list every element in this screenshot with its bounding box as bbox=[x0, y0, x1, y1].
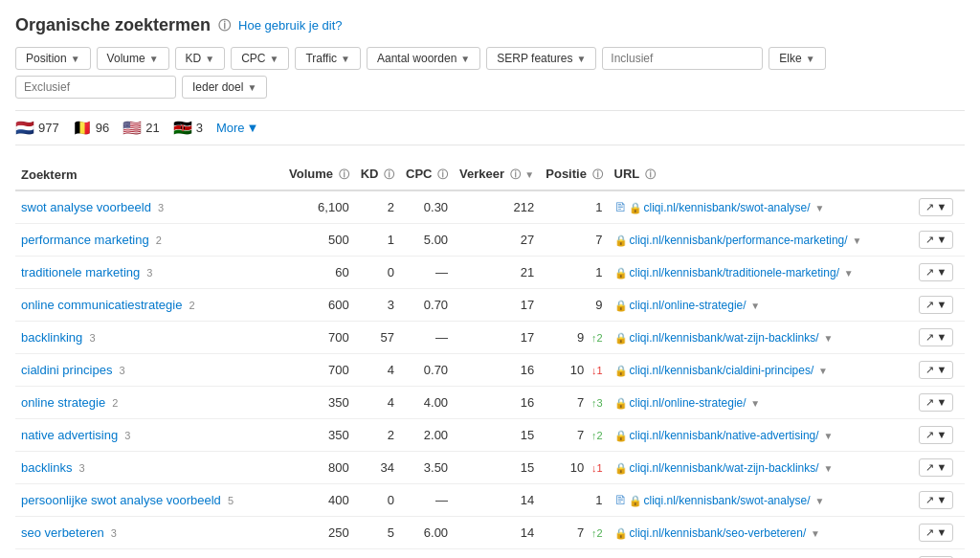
trend-button[interactable]: ↗ ▼ bbox=[919, 263, 954, 281]
filter-serp-features[interactable]: SERP features ▼ bbox=[486, 47, 596, 70]
lock-icon: 🔒 bbox=[614, 527, 628, 539]
trend-button[interactable]: ↗ ▼ bbox=[919, 426, 954, 444]
trend-button[interactable]: ↗ ▼ bbox=[919, 328, 954, 346]
url-link[interactable]: cliqi.nl/kennisbank/seo-verbeteren/ bbox=[630, 526, 807, 540]
trend-button[interactable]: ↗ ▼ bbox=[919, 231, 954, 249]
cpc-cell: 0.70 bbox=[400, 289, 454, 322]
url-link[interactable]: cliqi.nl/online-strategie/ bbox=[630, 299, 746, 312]
country-ke[interactable]: 🇰🇪 3 bbox=[173, 119, 203, 137]
keyword-link[interactable]: cialdini principes bbox=[21, 363, 112, 377]
col-header-cpc[interactable]: CPC ⓘ bbox=[400, 159, 454, 190]
url-link[interactable]: cliqi.nl/kennisbank/swot-analyse/ bbox=[644, 201, 811, 214]
positie-cell: 10 ↓1 bbox=[540, 452, 608, 484]
col-header-volume[interactable]: Volume ⓘ bbox=[283, 159, 355, 190]
cpc-cell: 2.00 bbox=[400, 419, 454, 452]
keyword-cell: seo verbeteren 3 bbox=[15, 517, 283, 549]
volume-cell: 250 bbox=[283, 517, 355, 549]
trend-button[interactable]: ↗ ▼ bbox=[919, 458, 954, 477]
actions-cell: ↗ ▼ bbox=[907, 549, 965, 559]
col-header-verkeer[interactable]: Verkeer ⓘ ▼ bbox=[454, 159, 540, 190]
elke-button[interactable]: Elke ▼ bbox=[768, 47, 825, 70]
keyword-cell: cialdini principes 3 bbox=[15, 354, 283, 387]
country-nl[interactable]: 🇳🇱 977 bbox=[15, 119, 59, 137]
chevron-down-icon: ▼ bbox=[813, 496, 825, 506]
keyword-cell: backlinks 3 bbox=[15, 452, 283, 484]
info-icon[interactable]: ⓘ bbox=[437, 168, 448, 180]
keyword-link[interactable]: online communicatiestrategie bbox=[21, 298, 182, 312]
url-link[interactable]: cliqi.nl/kennisbank/performance-marketin… bbox=[630, 234, 848, 247]
keyword-link[interactable]: performance marketing bbox=[21, 233, 149, 247]
trend-button[interactable]: ↗ ▼ bbox=[919, 491, 954, 509]
help-link[interactable]: Hoe gebruik je dit? bbox=[238, 18, 342, 33]
inclusief-input[interactable] bbox=[602, 47, 763, 70]
trend-button[interactable]: ↗ ▼ bbox=[919, 361, 954, 379]
table-row: persoonlijke swot analyse voorbeeld 5400… bbox=[15, 484, 965, 517]
chevron-down-icon: ▼ bbox=[576, 54, 586, 64]
url-link[interactable]: cliqi.nl/kennisbank/wat-zijn-backlinks/ bbox=[630, 461, 819, 475]
filter-cpc[interactable]: CPC ▼ bbox=[231, 47, 289, 70]
keyword-link[interactable]: backlinks bbox=[21, 460, 72, 475]
filter-position[interactable]: Position ▼ bbox=[15, 47, 91, 70]
kd-cell: 0 bbox=[355, 484, 400, 517]
trend-button[interactable]: ↗ ▼ bbox=[919, 524, 954, 542]
chevron-down-icon: ▼ bbox=[71, 54, 80, 64]
info-icon[interactable]: ⓘ bbox=[510, 168, 521, 180]
filter-aantal-woorden[interactable]: Aantal woorden ▼ bbox=[367, 47, 480, 70]
url-link[interactable]: cliqi.nl/kennisbank/traditionele-marketi… bbox=[630, 266, 839, 279]
kd-cell: 5 bbox=[355, 517, 400, 549]
position-change-up: ↑3 bbox=[591, 397, 603, 409]
col-header-url[interactable]: URL ⓘ bbox=[609, 159, 907, 190]
trend-button[interactable]: ↗ ▼ bbox=[919, 198, 954, 216]
keyword-link[interactable]: native advertising bbox=[21, 428, 118, 442]
country-us[interactable]: 🇺🇸 21 bbox=[122, 119, 159, 137]
table-row: performance marketing 250015.00277🔒cliqi… bbox=[15, 224, 965, 257]
col-header-kd[interactable]: KD ⓘ bbox=[355, 159, 400, 190]
table-row: backlinking 370057—179 ↑2🔒cliqi.nl/kenni… bbox=[15, 322, 965, 354]
filter-volume[interactable]: Volume ▼ bbox=[97, 47, 169, 70]
keywords-table: Zoekterm Volume ⓘ KD ⓘ CPC ⓘ Verkeer ⓘ ▼… bbox=[15, 159, 965, 558]
filter-kd[interactable]: KD ▼ bbox=[175, 47, 226, 70]
url-link[interactable]: cliqi.nl/kennisbank/cialdini-principes/ bbox=[630, 364, 814, 377]
url-link[interactable]: cliqi.nl/kennisbank/native-advertising/ bbox=[630, 429, 819, 442]
url-link[interactable]: cliqi.nl/kennisbank/wat-zijn-backlinks/ bbox=[630, 331, 819, 345]
trend-button[interactable]: ↗ ▼ bbox=[919, 296, 954, 314]
keyword-link[interactable]: seo verbeteren bbox=[21, 525, 104, 540]
col-header-positie[interactable]: Positie ⓘ bbox=[540, 159, 608, 190]
ieder-doel-button[interactable]: Ieder doel ▼ bbox=[182, 76, 267, 99]
trend-button[interactable]: ↗ ▼ bbox=[919, 393, 954, 412]
exclusief-input[interactable] bbox=[15, 76, 176, 99]
keyword-link[interactable]: persoonlijke swot analyse voorbeeld bbox=[21, 493, 221, 507]
chevron-down-icon: ▼ bbox=[149, 54, 159, 64]
volume-cell: 700 bbox=[283, 354, 355, 387]
info-icon[interactable]: ⓘ bbox=[339, 168, 349, 180]
info-icon[interactable]: ⓘ bbox=[384, 168, 394, 180]
lock-icon: 🔒 bbox=[614, 332, 628, 344]
keyword-link[interactable]: online strategie bbox=[21, 395, 105, 410]
more-button[interactable]: More ▼ bbox=[216, 121, 259, 135]
col-header-actions bbox=[907, 159, 965, 190]
volume-cell: 600 bbox=[283, 289, 355, 322]
keyword-word-count: 3 bbox=[116, 365, 124, 376]
kd-cell: 3 bbox=[355, 549, 400, 559]
country-be[interactable]: 🇧🇪 96 bbox=[73, 119, 109, 137]
info-icon[interactable]: ⓘ bbox=[218, 17, 231, 34]
kd-cell: 4 bbox=[355, 354, 400, 387]
url-cell: 🔒cliqi.nl/online-strategie/ ▼ bbox=[609, 387, 907, 419]
flag-nl: 🇳🇱 bbox=[15, 119, 34, 137]
chevron-down-icon: ▼ bbox=[841, 268, 854, 279]
keyword-link[interactable]: traditionele marketing bbox=[21, 265, 140, 279]
url-link[interactable]: cliqi.nl/kennisbank/swot-analyse/ bbox=[644, 494, 811, 507]
positie-cell: 9 bbox=[540, 289, 608, 322]
filter-traffic[interactable]: Traffic ▼ bbox=[295, 47, 361, 70]
table-row: seo verbeteren 325056.00147 ↑2🔒cliqi.nl/… bbox=[15, 517, 965, 549]
keyword-link[interactable]: backlinking bbox=[21, 330, 82, 345]
volume-cell: 800 bbox=[283, 452, 355, 484]
url-cell: 🔒cliqi.nl/kennisbank/cialdini-principes/… bbox=[609, 354, 907, 387]
chevron-down-icon: ▼ bbox=[748, 301, 761, 311]
keyword-link[interactable]: swot analyse voorbeeld bbox=[21, 200, 151, 214]
keyword-word-count: 3 bbox=[108, 527, 117, 539]
info-icon[interactable]: ⓘ bbox=[645, 168, 656, 180]
info-icon[interactable]: ⓘ bbox=[592, 168, 603, 180]
url-link[interactable]: cliqi.nl/online-strategie/ bbox=[630, 396, 746, 410]
cpc-cell: — bbox=[400, 322, 454, 354]
